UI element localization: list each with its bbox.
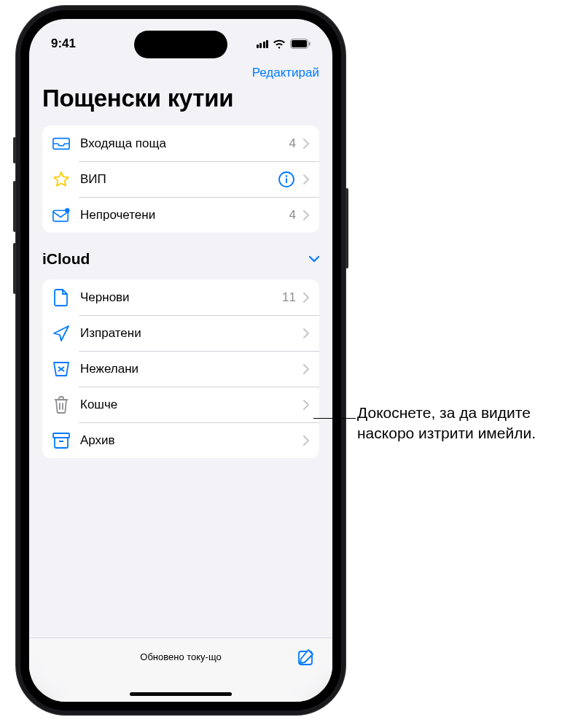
nav-bar: Редактирай xyxy=(29,58,332,85)
section-header-icloud[interactable]: iCloud xyxy=(29,233,332,274)
volume-down-button xyxy=(13,243,16,294)
mailbox-count: 4 xyxy=(289,208,296,222)
chevron-right-icon xyxy=(303,174,309,185)
icloud-group: Чернови 11 Изпратени Нежелани xyxy=(42,279,319,458)
mailbox-label: Кошче xyxy=(80,398,297,412)
chevron-down-icon xyxy=(309,255,319,263)
compose-button[interactable] xyxy=(297,648,316,667)
battery-icon xyxy=(290,39,311,49)
archive-icon xyxy=(52,432,70,449)
trash-icon xyxy=(52,396,70,414)
paperplane-icon xyxy=(52,325,70,342)
mailbox-label: Входяща поща xyxy=(80,136,289,151)
mailbox-trash[interactable]: Кошче xyxy=(42,387,319,422)
junk-icon xyxy=(52,360,70,378)
info-icon[interactable] xyxy=(278,171,294,187)
svg-rect-8 xyxy=(53,433,69,438)
chevron-right-icon xyxy=(303,435,309,446)
chevron-right-icon xyxy=(303,328,309,338)
side-button xyxy=(345,188,348,268)
status-text: Обновено току-що xyxy=(140,651,221,662)
volume-up-button xyxy=(13,181,16,232)
mailbox-archive[interactable]: Архив xyxy=(42,422,319,458)
inbox-icon xyxy=(52,135,70,152)
dynamic-island xyxy=(134,31,227,58)
callout-text: Докоснете, за да видите наскоро изтрити … xyxy=(357,403,561,444)
mailbox-label: Изпратени xyxy=(80,326,297,341)
chevron-right-icon xyxy=(303,400,309,410)
screen: 9:41 Редактирай xyxy=(29,19,332,702)
mailbox-drafts[interactable]: Чернови 11 xyxy=(42,279,319,315)
chevron-right-icon xyxy=(303,139,309,149)
mailbox-unread[interactable]: Непрочетени 4 xyxy=(42,197,319,233)
home-indicator xyxy=(130,692,232,696)
cellular-signal-icon xyxy=(257,39,269,48)
mailbox-label: Непрочетени xyxy=(80,208,289,222)
mailbox-sent[interactable]: Изпратени xyxy=(42,315,319,351)
callout: Докоснете, за да видите наскоро изтрити … xyxy=(357,403,561,444)
mailbox-label: Архив xyxy=(80,433,297,448)
silent-switch xyxy=(13,137,16,163)
bottom-toolbar: Обновено току-що xyxy=(29,638,332,702)
mailbox-label: ВИП xyxy=(80,172,278,187)
svg-rect-1 xyxy=(292,40,307,47)
chevron-right-icon xyxy=(303,293,309,303)
phone-frame: 9:41 Редактирай xyxy=(16,6,345,715)
mailbox-vip[interactable]: ВИП xyxy=(42,161,319,197)
mailbox-count: 11 xyxy=(282,290,296,305)
status-time: 9:41 xyxy=(51,36,76,51)
svg-rect-2 xyxy=(309,42,311,46)
callout-line xyxy=(313,418,356,419)
chevron-right-icon xyxy=(303,364,309,374)
svg-point-4 xyxy=(286,175,288,177)
mailboxes-group: Входяща поща 4 ВИП Непрочетени xyxy=(42,125,319,233)
star-icon xyxy=(52,171,70,188)
wifi-icon xyxy=(273,39,286,49)
mailbox-inbox[interactable]: Входяща поща 4 xyxy=(42,125,319,161)
unread-icon xyxy=(52,206,70,224)
svg-point-7 xyxy=(65,208,69,212)
svg-rect-5 xyxy=(286,178,287,183)
chevron-right-icon xyxy=(303,210,309,220)
edit-button[interactable]: Редактирай xyxy=(252,66,319,80)
mailbox-junk[interactable]: Нежелани xyxy=(42,351,319,387)
section-title: iCloud xyxy=(42,250,90,268)
mailbox-label: Нежелани xyxy=(80,362,297,376)
mailbox-count: 4 xyxy=(289,136,296,151)
document-icon xyxy=(52,289,70,306)
page-title: Пощенски кутии xyxy=(42,85,319,112)
mailbox-label: Чернови xyxy=(80,290,282,305)
